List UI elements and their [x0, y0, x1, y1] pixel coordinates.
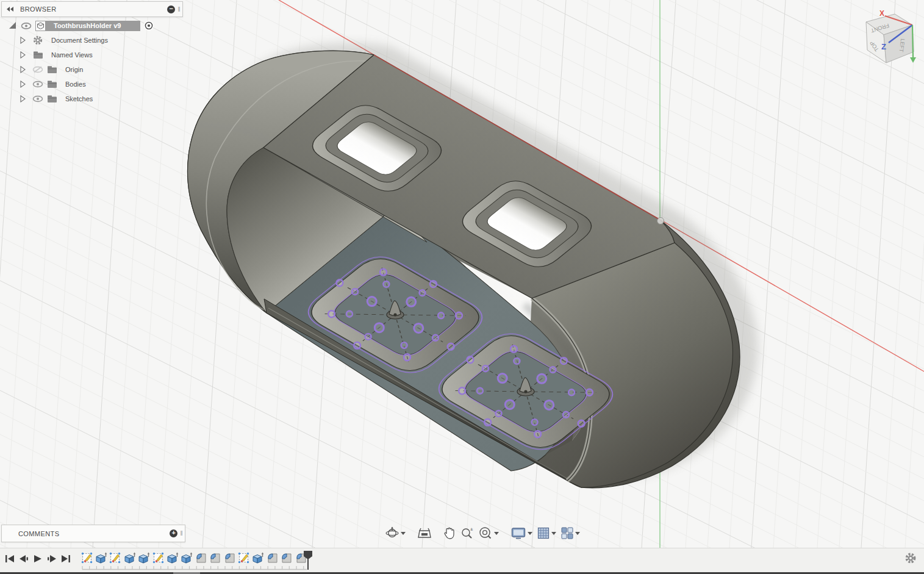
- add-comment-icon[interactable]: +: [170, 529, 177, 537]
- extrude-feature-icon[interactable]: [94, 551, 108, 565]
- origin-point[interactable]: [657, 218, 664, 224]
- sketch-point[interactable]: [432, 335, 439, 341]
- sketch-point[interactable]: [352, 289, 358, 295]
- collapsed-arrow-icon[interactable]: [20, 81, 26, 88]
- sketch-feature-icon[interactable]: [237, 551, 251, 565]
- browser-grip-handle[interactable]: ‖: [177, 6, 181, 13]
- sketch-point[interactable]: [467, 356, 473, 363]
- fit-button[interactable]: [479, 526, 499, 540]
- sketch-point[interactable]: [367, 297, 376, 306]
- chevron-down-icon[interactable]: [401, 532, 406, 537]
- sketch-point[interactable]: [336, 279, 343, 286]
- extrude-feature-icon[interactable]: [123, 551, 137, 565]
- sketch-point[interactable]: [534, 431, 541, 437]
- collapse-panel-icon[interactable]: [7, 7, 16, 12]
- collapsed-arrow-icon[interactable]: [20, 51, 26, 59]
- sketch-point[interactable]: [414, 323, 423, 332]
- sketch-point[interactable]: [438, 312, 444, 318]
- sketch-point[interactable]: [374, 323, 384, 332]
- sketch-point[interactable]: [448, 343, 454, 350]
- chevron-down-icon[interactable]: [575, 532, 580, 537]
- browser-root-row[interactable]: ToothbrushHolder v9: [9, 20, 154, 31]
- go-to-start-button[interactable]: [2, 551, 16, 565]
- view-cube[interactable]: FRONT TOP LEFT X Z: [851, 1, 924, 68]
- extrude-feature-icon[interactable]: [251, 551, 265, 565]
- model-body[interactable]: [188, 51, 740, 487]
- sidebar-item-named-views[interactable]: Named Views: [20, 49, 93, 60]
- extrude-feature-icon[interactable]: [180, 551, 194, 565]
- sidebar-item-bodies[interactable]: Bodies: [20, 79, 86, 90]
- sketch-point[interactable]: [568, 389, 575, 395]
- sketch-point[interactable]: [550, 367, 556, 373]
- sketch-point[interactable]: [383, 281, 389, 287]
- sketch-feature-icon[interactable]: [151, 551, 165, 565]
- eye-icon[interactable]: [32, 95, 43, 102]
- zoom-button[interactable]: ±: [460, 526, 474, 540]
- grid-and-snaps-button[interactable]: [537, 527, 556, 539]
- fillet-feature-icon[interactable]: [265, 551, 279, 565]
- fillet-feature-icon[interactable]: [209, 551, 223, 565]
- minimize-browser-icon[interactable]: −: [167, 5, 175, 13]
- sketch-point[interactable]: [365, 334, 371, 340]
- eye-icon[interactable]: [32, 81, 43, 88]
- sketch-point[interactable]: [456, 312, 462, 319]
- expanded-arrow-icon[interactable]: [9, 21, 17, 30]
- sketch-point[interactable]: [484, 419, 491, 426]
- sketch-point[interactable]: [430, 281, 437, 287]
- eye-icon[interactable]: [21, 23, 32, 29]
- sketch-point[interactable]: [532, 419, 538, 425]
- timeline-settings-gear-icon[interactable]: [904, 552, 917, 564]
- chevron-down-icon[interactable]: [528, 532, 532, 537]
- sketch-point[interactable]: [586, 389, 593, 396]
- sidebar-item-sketches[interactable]: Sketches: [20, 93, 93, 104]
- sketch-point[interactable]: [346, 311, 353, 317]
- play-button[interactable]: [30, 551, 45, 565]
- sketch-point[interactable]: [537, 374, 546, 383]
- sketch-point[interactable]: [380, 269, 387, 276]
- eye-hidden-icon[interactable]: [32, 66, 43, 73]
- sketch-point[interactable]: [482, 365, 489, 371]
- go-to-end-button[interactable]: [59, 551, 73, 565]
- sketch-point[interactable]: [407, 297, 416, 306]
- sketch-point[interactable]: [505, 400, 514, 409]
- extrude-feature-icon[interactable]: [165, 551, 179, 565]
- sketch-point[interactable]: [419, 290, 425, 296]
- sidebar-item-origin[interactable]: Origin: [20, 64, 83, 75]
- chevron-down-icon[interactable]: [551, 532, 556, 537]
- fillet-feature-icon[interactable]: [223, 551, 237, 565]
- extrude-feature-icon[interactable]: [137, 551, 151, 565]
- comments-grip-handle[interactable]: ‖: [180, 530, 183, 537]
- sketch-point[interactable]: [560, 357, 567, 364]
- look-at-button[interactable]: [418, 527, 431, 539]
- collapsed-arrow-icon[interactable]: [20, 37, 26, 44]
- sketch-point[interactable]: [498, 374, 507, 383]
- sketch-point[interactable]: [496, 411, 502, 417]
- sketch-point[interactable]: [514, 358, 520, 364]
- sketch-feature-icon[interactable]: [80, 551, 94, 565]
- timeline-position-marker[interactable]: [302, 550, 314, 570]
- fillet-feature-icon[interactable]: [279, 551, 293, 565]
- sketch-point[interactable]: [578, 420, 585, 427]
- root-component-label[interactable]: ToothbrushHolder v9: [46, 21, 140, 31]
- sketch-point[interactable]: [354, 342, 360, 349]
- fillet-feature-icon[interactable]: [194, 551, 208, 565]
- display-settings-button[interactable]: [511, 527, 532, 539]
- 3d-viewport[interactable]: [0, 0, 924, 548]
- view-cube-body[interactable]: FRONT TOP LEFT: [866, 14, 914, 63]
- collapsed-arrow-icon[interactable]: [20, 95, 26, 102]
- viewports-button[interactable]: [561, 527, 580, 539]
- pan-button[interactable]: [443, 526, 456, 540]
- activate-component-radio[interactable]: [144, 21, 154, 30]
- orbit-button[interactable]: [385, 526, 406, 540]
- sketch-feature-icon[interactable]: [109, 551, 123, 565]
- sketch-point[interactable]: [459, 387, 465, 394]
- sketch-point[interactable]: [477, 388, 483, 394]
- sidebar-item-document-settings[interactable]: Document Settings: [20, 35, 108, 46]
- sketch-point[interactable]: [401, 342, 407, 348]
- step-forward-button[interactable]: [45, 551, 59, 565]
- collapsed-arrow-icon[interactable]: [20, 66, 26, 73]
- chevron-down-icon[interactable]: [494, 532, 499, 537]
- sketch-point[interactable]: [545, 400, 554, 409]
- sketch-point[interactable]: [404, 354, 410, 361]
- sketch-point[interactable]: [510, 346, 517, 353]
